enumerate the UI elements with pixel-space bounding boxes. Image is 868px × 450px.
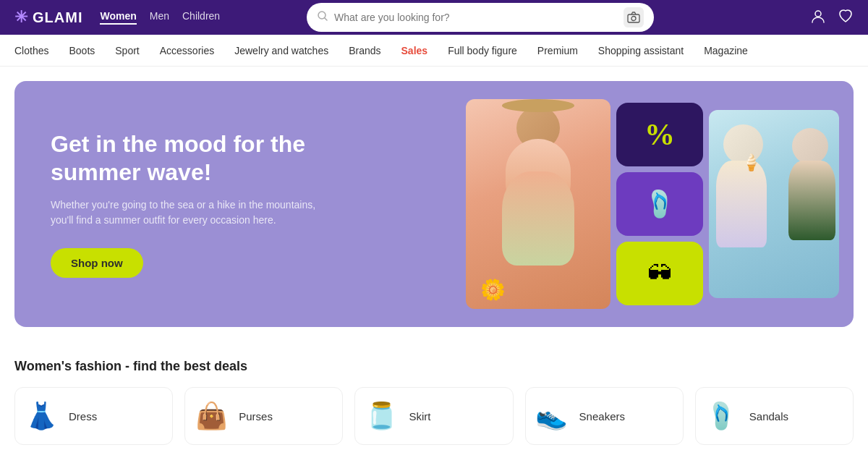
search-input[interactable] xyxy=(334,12,618,23)
wishlist-icon[interactable] xyxy=(838,8,854,27)
category-label-sandals: Sandals xyxy=(749,410,788,423)
top-navigation: ✳ GLAMI Women Men Children xyxy=(0,0,868,35)
brand-name: GLAMI xyxy=(33,9,82,26)
nav-premium[interactable]: Premium xyxy=(537,45,578,56)
category-card-sandals[interactable]: 🩴 Sandals xyxy=(695,387,854,445)
sandal-icon: 🩴 xyxy=(705,401,739,431)
category-label-dress: Dress xyxy=(69,410,97,423)
category-label-purses: Purses xyxy=(239,410,273,423)
category-card-sneakers[interactable]: 👟 Sneakers xyxy=(525,387,684,445)
percent-icon: % xyxy=(644,117,675,152)
nav-boots[interactable]: Boots xyxy=(69,45,95,56)
skirt-icon: 🫙 xyxy=(364,401,399,431)
svg-point-4 xyxy=(815,11,821,17)
nav-children[interactable]: Children xyxy=(182,10,220,25)
hero-icon-grid: % 🩴 🕶 xyxy=(616,103,703,305)
camera-search-button[interactable] xyxy=(624,7,644,27)
hero-women2-photo: 🍦 xyxy=(709,110,839,298)
hero-banner: Get in the mood for the summer wave! Whe… xyxy=(14,81,854,327)
nav-jewelry[interactable]: Jewelry and watches xyxy=(234,45,328,56)
percent-icon-box[interactable]: % xyxy=(616,103,703,166)
category-label-skirt: Skirt xyxy=(409,410,430,423)
category-card-purses[interactable]: 👜 Purses xyxy=(184,387,343,445)
logo-star-icon: ✳ xyxy=(14,8,28,27)
hero-subtext: Whether you're going to the sea or a hik… xyxy=(51,198,326,228)
svg-point-3 xyxy=(631,17,636,21)
dress-icon: 👗 xyxy=(24,401,59,431)
section-title: Women's fashion - find the best deals xyxy=(14,359,854,374)
nav-magazine[interactable]: Magazine xyxy=(704,45,748,56)
category-card-dress[interactable]: 👗 Dress xyxy=(14,387,173,445)
gender-nav: Women Men Children xyxy=(100,10,220,25)
category-label-sneakers: Sneakers xyxy=(579,410,625,423)
svg-rect-2 xyxy=(628,14,639,22)
sneaker-icon: 👟 xyxy=(535,401,569,431)
hero-woman-photo: 🌼 xyxy=(466,99,610,309)
category-card-skirt[interactable]: 🫙 Skirt xyxy=(354,387,513,445)
account-icon[interactable] xyxy=(810,8,826,27)
hero-images: 🌼 % 🩴 🕶 🍦 xyxy=(466,81,839,327)
shop-now-button[interactable]: Shop now xyxy=(51,248,143,278)
sunglasses-icon-box[interactable]: 🕶 xyxy=(616,242,703,305)
nav-sport[interactable]: Sport xyxy=(115,45,139,56)
nav-men[interactable]: Men xyxy=(150,10,169,25)
svg-line-1 xyxy=(325,18,328,21)
nav-shopping-assistant[interactable]: Shopping assistant xyxy=(598,45,684,56)
sunglasses-icon: 🕶 xyxy=(647,260,672,288)
purse-icon: 👜 xyxy=(194,401,229,431)
categories-section: Women's fashion - find the best deals 👗 … xyxy=(0,341,868,450)
nav-sales[interactable]: Sales xyxy=(401,45,428,56)
flip-flop-icon: 🩴 xyxy=(644,189,676,219)
nav-women[interactable]: Women xyxy=(100,10,136,25)
flip-flop-icon-box[interactable]: 🩴 xyxy=(616,172,703,236)
search-icon xyxy=(317,10,328,25)
logo[interactable]: ✳ GLAMI xyxy=(14,8,82,27)
nav-clothes[interactable]: Clothes xyxy=(14,45,48,56)
hero-headline: Get in the mood for the summer wave! xyxy=(51,130,326,186)
search-bar[interactable] xyxy=(307,3,654,32)
nav-accessories[interactable]: Accessories xyxy=(160,45,214,56)
secondary-navigation: Clothes Boots Sport Accessories Jewelry … xyxy=(0,35,868,67)
category-cards: 👗 Dress 👜 Purses 🫙 Skirt 👟 Sneakers 🩴 Sa… xyxy=(14,387,854,445)
nav-full-body[interactable]: Full body figure xyxy=(448,45,517,56)
nav-brands[interactable]: Brands xyxy=(349,45,380,56)
top-nav-icons xyxy=(810,8,854,27)
hero-text-content: Get in the mood for the summer wave! Whe… xyxy=(51,130,326,278)
